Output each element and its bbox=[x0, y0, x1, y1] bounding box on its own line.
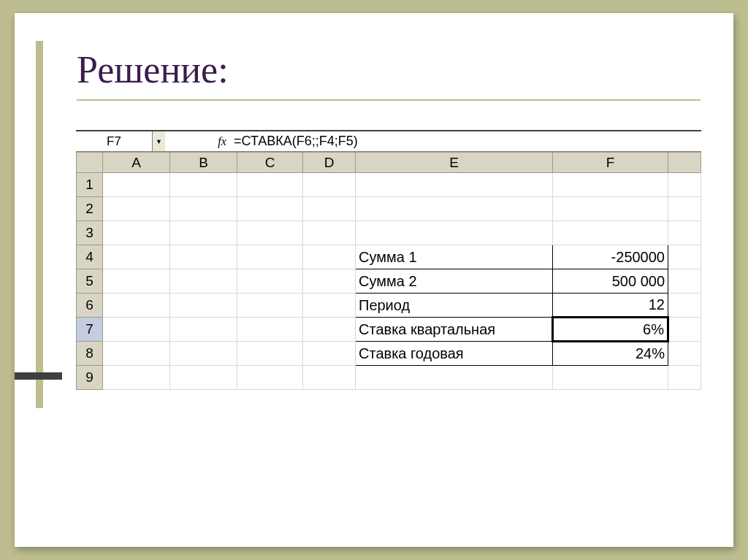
cell-C7[interactable] bbox=[237, 318, 303, 342]
formula-input[interactable]: =СТАВКА(F6;;F4;F5) bbox=[231, 131, 701, 152]
cell-A2[interactable] bbox=[103, 197, 170, 221]
grid: A B C D E F 1 2 bbox=[76, 152, 701, 390]
cell-A7[interactable] bbox=[103, 318, 170, 342]
row-5: 5 Сумма 2 500 000 bbox=[77, 269, 701, 294]
row-header-6[interactable]: 6 bbox=[77, 294, 103, 318]
row-8: 8 Ставка годовая 24% bbox=[77, 342, 701, 366]
cell-D6[interactable] bbox=[303, 294, 356, 318]
formula-bar: F7 ▼ fx =СТАВКА(F6;;F4;F5) bbox=[76, 131, 701, 152]
col-header-C[interactable]: C bbox=[237, 153, 303, 173]
row-header-3[interactable]: 3 bbox=[77, 221, 103, 245]
cell-A5[interactable] bbox=[103, 269, 170, 294]
formula-bar-spacer bbox=[165, 131, 213, 152]
col-header-E[interactable]: E bbox=[356, 153, 553, 173]
cell-A8[interactable] bbox=[103, 342, 170, 366]
cell-B4[interactable] bbox=[170, 245, 237, 269]
cell-D4[interactable] bbox=[303, 245, 356, 269]
cell-E3[interactable] bbox=[356, 221, 553, 245]
col-header-end bbox=[668, 153, 701, 173]
cell-end4 bbox=[668, 245, 701, 269]
column-header-row: A B C D E F bbox=[77, 153, 701, 173]
row-1: 1 bbox=[77, 173, 701, 197]
row-header-9[interactable]: 9 bbox=[77, 366, 103, 390]
cell-E6[interactable]: Период bbox=[356, 294, 553, 318]
cell-C3[interactable] bbox=[237, 221, 303, 245]
cell-F3[interactable] bbox=[553, 221, 668, 245]
cell-end6 bbox=[668, 294, 701, 318]
accent-horizontal-bar bbox=[15, 372, 62, 380]
row-4: 4 Сумма 1 -250000 bbox=[77, 245, 701, 269]
cell-F1[interactable] bbox=[553, 173, 668, 197]
cell-end1 bbox=[668, 173, 701, 197]
cell-C1[interactable] bbox=[237, 173, 303, 197]
cell-D3[interactable] bbox=[303, 221, 356, 245]
cell-C4[interactable] bbox=[237, 245, 303, 269]
cell-F9[interactable] bbox=[553, 366, 668, 390]
cell-B3[interactable] bbox=[170, 221, 237, 245]
title-underline bbox=[77, 99, 701, 101]
select-all-corner[interactable] bbox=[77, 153, 103, 173]
cell-F8[interactable]: 24% bbox=[553, 342, 668, 366]
cell-end2 bbox=[668, 197, 701, 221]
cell-C6[interactable] bbox=[237, 294, 303, 318]
col-header-B[interactable]: B bbox=[170, 153, 237, 173]
row-header-4[interactable]: 4 bbox=[77, 245, 103, 269]
accent-vertical-bar bbox=[36, 41, 43, 408]
cell-B6[interactable] bbox=[170, 294, 237, 318]
row-6: 6 Период 12 bbox=[77, 294, 701, 318]
cell-A9[interactable] bbox=[103, 366, 170, 390]
cell-D8[interactable] bbox=[303, 342, 356, 366]
cell-D9[interactable] bbox=[303, 366, 356, 390]
cell-C2[interactable] bbox=[237, 197, 303, 221]
cell-E7[interactable]: Ставка квартальная bbox=[356, 318, 553, 342]
cell-E2[interactable] bbox=[356, 197, 553, 221]
cell-E8[interactable]: Ставка годовая bbox=[356, 342, 553, 366]
name-box[interactable]: F7 bbox=[76, 131, 152, 152]
cell-end5 bbox=[668, 269, 701, 294]
col-header-A[interactable]: A bbox=[103, 153, 170, 173]
slide: Решение: F7 ▼ fx =СТАВКА(F6;;F4;F5) A B … bbox=[15, 13, 733, 547]
cell-A1[interactable] bbox=[103, 173, 170, 197]
cell-F6[interactable]: 12 bbox=[553, 294, 668, 318]
cell-A6[interactable] bbox=[103, 294, 170, 318]
fx-icon[interactable]: fx bbox=[213, 131, 231, 152]
cell-B2[interactable] bbox=[170, 197, 237, 221]
cell-E1[interactable] bbox=[356, 173, 553, 197]
cell-E4[interactable]: Сумма 1 bbox=[356, 245, 553, 269]
cell-B1[interactable] bbox=[170, 173, 237, 197]
cell-end7 bbox=[668, 318, 701, 342]
col-header-D[interactable]: D bbox=[303, 153, 356, 173]
name-box-dropdown[interactable]: ▼ bbox=[152, 131, 165, 152]
row-3: 3 bbox=[77, 221, 701, 245]
row-header-1[interactable]: 1 bbox=[77, 173, 103, 197]
cell-F5[interactable]: 500 000 bbox=[553, 269, 668, 294]
cell-D1[interactable] bbox=[303, 173, 356, 197]
cell-B5[interactable] bbox=[170, 269, 237, 294]
cell-C5[interactable] bbox=[237, 269, 303, 294]
cell-F4[interactable]: -250000 bbox=[553, 245, 668, 269]
cell-E5[interactable]: Сумма 2 bbox=[356, 269, 553, 294]
cell-C9[interactable] bbox=[237, 366, 303, 390]
cell-E9[interactable] bbox=[356, 366, 553, 390]
row-header-2[interactable]: 2 bbox=[77, 197, 103, 221]
cell-C8[interactable] bbox=[237, 342, 303, 366]
cell-B7[interactable] bbox=[170, 318, 237, 342]
cell-A4[interactable] bbox=[103, 245, 170, 269]
cell-D7[interactable] bbox=[303, 318, 356, 342]
cell-end3 bbox=[668, 221, 701, 245]
col-header-F[interactable]: F bbox=[553, 153, 668, 173]
cell-B8[interactable] bbox=[170, 342, 237, 366]
cell-D5[interactable] bbox=[303, 269, 356, 294]
cell-F2[interactable] bbox=[553, 197, 668, 221]
cell-D2[interactable] bbox=[303, 197, 356, 221]
row-header-7[interactable]: 7 bbox=[77, 318, 103, 342]
cell-end9 bbox=[668, 366, 701, 390]
cell-B9[interactable] bbox=[170, 366, 237, 390]
cell-F7[interactable]: 6% bbox=[553, 318, 668, 342]
row-header-5[interactable]: 5 bbox=[77, 269, 103, 294]
cell-A3[interactable] bbox=[103, 221, 170, 245]
row-header-8[interactable]: 8 bbox=[77, 342, 103, 366]
row-9: 9 bbox=[77, 366, 701, 390]
slide-title: Решение: bbox=[77, 48, 229, 91]
cell-end8 bbox=[668, 342, 701, 366]
